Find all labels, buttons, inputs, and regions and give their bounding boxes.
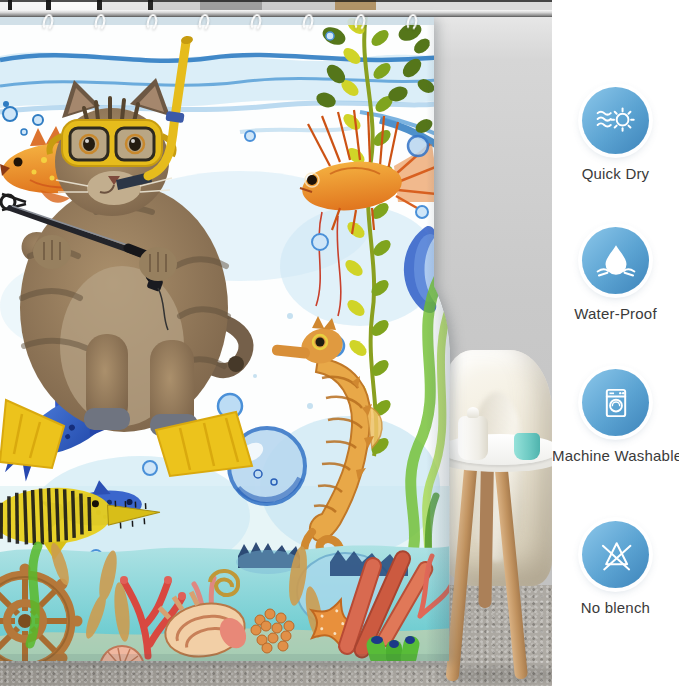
product-image: Quick Dry Water-Proof — [0, 0, 679, 686]
feature-label: Machine Washable — [552, 447, 679, 464]
water-proof-icon — [582, 227, 649, 294]
feature-label: Water-Proof — [552, 305, 679, 322]
feature-label: Quick Dry — [552, 165, 679, 182]
feature-water-proof: Water-Proof — [552, 227, 679, 322]
bathroom-photo — [0, 0, 552, 686]
feature-label: No blench — [552, 599, 679, 616]
no-bleach-icon — [582, 521, 649, 588]
teal-cup — [514, 433, 540, 460]
shower-curtain — [0, 16, 452, 661]
feature-no-bleach: No blench — [552, 521, 679, 616]
feature-machine-washable: Machine Washable — [552, 369, 679, 464]
shower-rod — [0, 10, 552, 17]
jar — [458, 416, 488, 460]
feature-list: Quick Dry Water-Proof — [552, 0, 679, 686]
feature-quick-dry: Quick Dry — [552, 87, 679, 182]
table-leg — [478, 458, 494, 608]
quick-dry-icon — [582, 87, 649, 154]
jar-lid — [467, 407, 479, 418]
machine-washable-icon — [582, 369, 649, 436]
